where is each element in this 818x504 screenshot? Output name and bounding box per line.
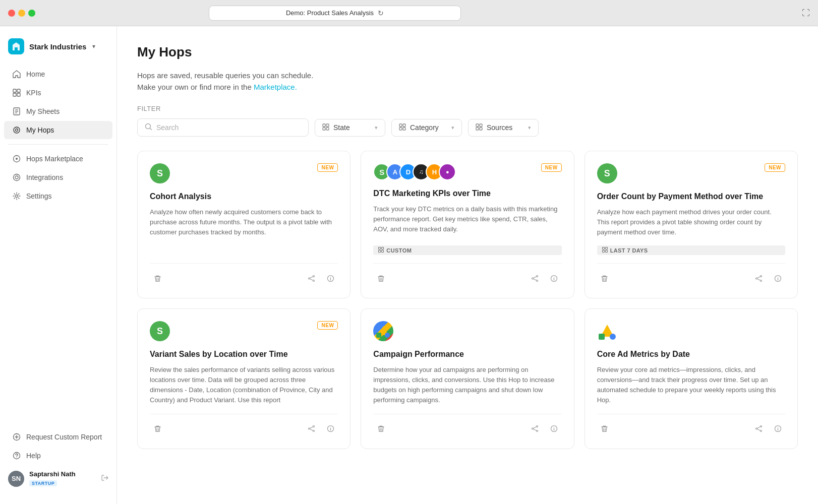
sidebar-item-my-hops[interactable]: My Hops — [4, 121, 112, 139]
hop-card-campaign-performance[interactable]: Campaign Performance Determine how your … — [361, 308, 574, 449]
svg-line-36 — [310, 277, 313, 278]
hop-card-core-ad-metrics[interactable]: Core Ad Metrics by Date Review your core… — [585, 308, 798, 449]
hop-card-variant-sales[interactable]: S NEW Variant Sales by Location over Tim… — [137, 308, 350, 449]
card-title: DTC Marketing KPIs over Time — [373, 188, 561, 199]
sidebar-item-hops-marketplace[interactable]: Hops Marketplace — [4, 150, 112, 168]
sidebar-item-request-report-label: Request Custom Report — [26, 433, 102, 441]
filter-row: State ▾ Category ▾ — [137, 118, 798, 137]
delete-button[interactable] — [597, 271, 612, 286]
logout-icon[interactable] — [101, 474, 108, 483]
sidebar-item-kpis-label: KPIs — [26, 89, 41, 97]
category-filter-icon — [399, 123, 406, 132]
svg-rect-25 — [399, 124, 402, 127]
user-section[interactable]: SN Saptarshi Nath STARTUP — [0, 465, 116, 492]
svg-point-9 — [16, 129, 18, 132]
svg-line-37 — [310, 279, 313, 280]
svg-point-73 — [385, 333, 390, 338]
delete-button[interactable] — [373, 271, 388, 286]
info-button[interactable] — [547, 421, 562, 436]
svg-line-68 — [310, 427, 313, 428]
address-bar[interactable]: Demo: Product Sales Analysis ↻ — [209, 6, 461, 21]
share-button[interactable] — [304, 421, 319, 436]
info-button[interactable] — [323, 271, 338, 286]
hop-card-cohort-analysis[interactable]: S NEW Cohort Analysis Analyze how often … — [137, 151, 350, 298]
delete-button[interactable] — [597, 421, 612, 436]
svg-point-65 — [313, 426, 314, 427]
svg-rect-32 — [480, 128, 482, 130]
sidebar-item-help[interactable]: Help — [4, 447, 112, 465]
maximize-button[interactable] — [28, 10, 35, 17]
sources-filter-label: Sources — [487, 123, 512, 132]
hops-marketplace-icon — [12, 154, 21, 163]
minimize-button[interactable] — [18, 10, 25, 17]
hop-card-dtc-marketing[interactable]: S A D ♫ H ● NEW DTC Marketing KPIs over … — [361, 151, 574, 298]
svg-line-60 — [757, 277, 760, 278]
info-button[interactable] — [770, 421, 785, 436]
sidebar-item-my-sheets[interactable]: My Sheets — [4, 102, 112, 120]
search-input[interactable] — [156, 123, 301, 132]
card-title: Order Count by Payment Method over Time — [597, 192, 785, 202]
svg-rect-23 — [323, 128, 325, 130]
card-actions — [597, 414, 785, 436]
brand-header[interactable]: Stark Industries ▾ — [0, 34, 116, 65]
card-description: Analyze how each payment method drives y… — [597, 207, 785, 237]
sidebar-nav: Home KPIs — [0, 65, 116, 423]
svg-point-76 — [537, 430, 538, 432]
sidebar-item-integrations[interactable]: Integrations — [4, 168, 112, 186]
svg-point-47 — [532, 278, 534, 279]
sidebar-item-request-report[interactable]: Request Custom Report — [4, 428, 112, 446]
svg-point-52 — [554, 277, 554, 277]
share-button[interactable] — [751, 271, 766, 286]
refresh-icon[interactable]: ↻ — [378, 9, 384, 17]
svg-line-48 — [534, 277, 537, 278]
svg-line-69 — [310, 429, 313, 430]
info-button[interactable] — [770, 271, 785, 286]
category-filter-dropdown[interactable]: Category ▾ — [391, 119, 462, 137]
multi-logos: S A D ♫ H ● — [373, 163, 456, 180]
marketplace-link[interactable]: Marketplace. — [254, 83, 297, 91]
svg-rect-28 — [403, 128, 405, 130]
new-badge: NEW — [317, 321, 338, 330]
svg-rect-84 — [599, 334, 605, 340]
svg-point-59 — [755, 278, 757, 279]
search-box[interactable] — [137, 118, 309, 137]
info-button[interactable] — [323, 421, 338, 436]
subtitle-line2: Make your own or find more in the — [137, 83, 252, 91]
close-button[interactable] — [8, 10, 15, 17]
card-title: Cohort Analysis — [150, 192, 338, 202]
state-filter-icon — [322, 123, 329, 132]
delete-button[interactable] — [150, 421, 165, 436]
state-filter-dropdown[interactable]: State ▾ — [315, 119, 385, 137]
app-container: Stark Industries ▾ Home — [0, 26, 818, 504]
card-right-actions — [304, 271, 338, 286]
share-button[interactable] — [304, 271, 319, 286]
info-button[interactable] — [547, 271, 562, 286]
hop-card-order-count[interactable]: S NEW Order Count by Payment Method over… — [585, 151, 798, 298]
my-hops-icon — [12, 125, 21, 135]
sources-filter-dropdown[interactable]: Sources ▾ — [468, 119, 539, 137]
delete-button[interactable] — [150, 271, 165, 286]
avatar: SN — [8, 471, 24, 487]
sidebar-item-kpis[interactable]: KPIs — [4, 84, 112, 102]
main-content: My Hops Hops are saved, reusable queries… — [117, 26, 818, 504]
state-filter-chevron-icon: ▾ — [375, 124, 378, 131]
sidebar-item-home[interactable]: Home — [4, 65, 112, 83]
filter-label: Filter — [137, 105, 798, 112]
svg-line-89 — [757, 429, 760, 430]
brand-name: Stark Industries — [29, 42, 86, 51]
share-button[interactable] — [528, 421, 543, 436]
sidebar-item-settings[interactable]: Settings — [4, 187, 112, 205]
shopify-logo: S — [150, 321, 170, 341]
svg-rect-44 — [382, 250, 384, 253]
share-button[interactable] — [528, 271, 543, 286]
browser-chrome: Demo: Product Sales Analysis ↻ ⛶ — [0, 0, 818, 26]
card-right-actions — [528, 271, 562, 286]
share-button[interactable] — [751, 421, 766, 436]
new-badge: NEW — [317, 163, 338, 172]
delete-button[interactable] — [373, 421, 388, 436]
card-header: S A D ♫ H ● NEW — [373, 163, 561, 180]
card-description: Track your key DTC metrics on a daily ba… — [373, 204, 561, 237]
svg-point-46 — [537, 280, 538, 281]
svg-rect-2 — [13, 93, 16, 96]
fullscreen-icon[interactable]: ⛶ — [802, 9, 810, 18]
